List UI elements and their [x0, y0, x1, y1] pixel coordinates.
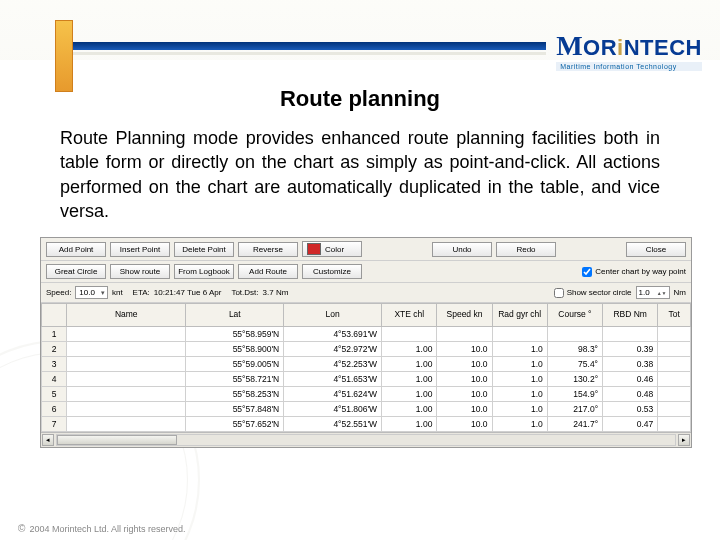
col-lon[interactable]: Lon — [284, 304, 382, 326]
cell-speed[interactable]: 10.0 — [437, 341, 492, 356]
cell-lon[interactable]: 4°52.253'W — [284, 356, 382, 371]
scroll-left-icon[interactable]: ◂ — [42, 434, 54, 446]
center-by-waypoint-checkbox[interactable]: Center chart by way point — [582, 267, 686, 277]
table-row[interactable]: 155°58.959'N4°53.691'W — [42, 326, 691, 341]
cell-tot[interactable] — [658, 401, 691, 416]
table-row[interactable]: 355°59.005'N4°52.253'W1.0010.01.075.4°0.… — [42, 356, 691, 371]
sector-checkbox-input[interactable] — [554, 288, 564, 298]
cell-rbd[interactable]: 0.39 — [603, 341, 658, 356]
customize-button[interactable]: Customize — [302, 264, 362, 279]
table-row[interactable]: 655°57.848'N4°51.806'W1.0010.01.0217.0°0… — [42, 401, 691, 416]
cell-lon[interactable]: 4°51.653'W — [284, 371, 382, 386]
horiz-scrollbar[interactable]: ◂ ▸ — [41, 432, 691, 447]
great-circle-button[interactable]: Great Circle — [46, 264, 106, 279]
col-name[interactable]: Name — [67, 304, 186, 326]
cell-rbd[interactable]: 0.46 — [603, 371, 658, 386]
cell-rbd[interactable] — [603, 326, 658, 341]
cell-course[interactable]: 75.4° — [547, 356, 602, 371]
cell-lon[interactable]: 4°51.806'W — [284, 401, 382, 416]
cell-course[interactable]: 98.3° — [547, 341, 602, 356]
cell-xte[interactable]: 1.00 — [382, 341, 437, 356]
cell-rad[interactable]: 1.0 — [492, 416, 547, 431]
cell-lat[interactable]: 55°58.900'N — [186, 341, 284, 356]
col-lat[interactable]: Lat — [186, 304, 284, 326]
cell-tot[interactable] — [658, 341, 691, 356]
undo-button[interactable]: Undo — [432, 242, 492, 257]
table-row[interactable]: 255°58.900'N4°52.972'W1.0010.01.098.3°0.… — [42, 341, 691, 356]
cell-speed[interactable] — [437, 326, 492, 341]
add-route-button[interactable]: Add Route — [238, 264, 298, 279]
col-course[interactable]: Course ° — [547, 304, 602, 326]
cell-xte[interactable]: 1.00 — [382, 371, 437, 386]
show-sector-checkbox[interactable]: Show sector circle — [554, 288, 632, 298]
col-rbd[interactable]: RBD Nm — [603, 304, 658, 326]
cell-lat[interactable]: 55°59.005'N — [186, 356, 284, 371]
redo-button[interactable]: Redo — [496, 242, 556, 257]
from-logbook-button[interactable]: From Logbook — [174, 264, 234, 279]
cell-name[interactable] — [67, 401, 186, 416]
close-button[interactable]: Close — [626, 242, 686, 257]
cell-name[interactable] — [67, 356, 186, 371]
cell-rbd[interactable]: 0.48 — [603, 386, 658, 401]
col-rad[interactable]: Rad gyr chl — [492, 304, 547, 326]
cell-rbd[interactable]: 0.53 — [603, 401, 658, 416]
scroll-track[interactable] — [56, 434, 676, 446]
col-xte[interactable]: XTE chl — [382, 304, 437, 326]
cell-rbd[interactable]: 0.38 — [603, 356, 658, 371]
cell-xte[interactable]: 1.00 — [382, 356, 437, 371]
cell-lat[interactable]: 55°57.848'N — [186, 401, 284, 416]
cell-rad[interactable]: 1.0 — [492, 371, 547, 386]
cell-xte[interactable] — [382, 326, 437, 341]
cell-lon[interactable]: 4°52.972'W — [284, 341, 382, 356]
show-route-button[interactable]: Show route — [110, 264, 170, 279]
cell-tot[interactable] — [658, 371, 691, 386]
cell-name[interactable] — [67, 371, 186, 386]
cell-course[interactable]: 154.9° — [547, 386, 602, 401]
reverse-button[interactable]: Reverse — [238, 242, 298, 257]
cell-tot[interactable] — [658, 386, 691, 401]
cell-course[interactable]: 130.2° — [547, 371, 602, 386]
cell-course[interactable] — [547, 326, 602, 341]
color-picker[interactable]: Color — [302, 241, 362, 257]
col-tot[interactable]: Tot — [658, 304, 691, 326]
cell-rad[interactable]: 1.0 — [492, 401, 547, 416]
cell-rad[interactable] — [492, 326, 547, 341]
table-row[interactable]: 555°58.253'N4°51.624'W1.0010.01.0154.9°0… — [42, 386, 691, 401]
cell-speed[interactable]: 10.0 — [437, 371, 492, 386]
cell-lat[interactable]: 55°58.253'N — [186, 386, 284, 401]
cell-lon[interactable]: 4°52.551'W — [284, 416, 382, 431]
cell-rad[interactable]: 1.0 — [492, 386, 547, 401]
speed-select[interactable]: 10.0 — [75, 286, 108, 299]
cell-name[interactable] — [67, 386, 186, 401]
cell-course[interactable]: 217.0° — [547, 401, 602, 416]
cell-rad[interactable]: 1.0 — [492, 341, 547, 356]
cell-lat[interactable]: 55°58.721'N — [186, 371, 284, 386]
cell-rad[interactable]: 1.0 — [492, 356, 547, 371]
scroll-right-icon[interactable]: ▸ — [678, 434, 690, 446]
col-speed[interactable]: Speed kn — [437, 304, 492, 326]
cell-xte[interactable]: 1.00 — [382, 386, 437, 401]
cell-speed[interactable]: 10.0 — [437, 416, 492, 431]
add-point-button[interactable]: Add Point — [46, 242, 106, 257]
cell-rbd[interactable]: 0.47 — [603, 416, 658, 431]
cell-lon[interactable]: 4°51.624'W — [284, 386, 382, 401]
cell-speed[interactable]: 10.0 — [437, 356, 492, 371]
insert-point-button[interactable]: Insert Point — [110, 242, 170, 257]
cell-xte[interactable]: 1.00 — [382, 416, 437, 431]
sector-spinbox[interactable]: 1.0 ▲▼ — [636, 286, 670, 299]
cell-name[interactable] — [67, 341, 186, 356]
cell-course[interactable]: 241.7° — [547, 416, 602, 431]
cell-name[interactable] — [67, 326, 186, 341]
cell-xte[interactable]: 1.00 — [382, 401, 437, 416]
cell-lon[interactable]: 4°53.691'W — [284, 326, 382, 341]
col-num[interactable] — [42, 304, 67, 326]
cell-speed[interactable]: 10.0 — [437, 401, 492, 416]
cell-lat[interactable]: 55°57.652'N — [186, 416, 284, 431]
table-row[interactable]: 455°58.721'N4°51.653'W1.0010.01.0130.2°0… — [42, 371, 691, 386]
cell-tot[interactable] — [658, 326, 691, 341]
delete-point-button[interactable]: Delete Point — [174, 242, 234, 257]
table-row[interactable]: 755°57.652'N4°52.551'W1.0010.01.0241.7°0… — [42, 416, 691, 431]
cell-tot[interactable] — [658, 416, 691, 431]
center-checkbox-input[interactable] — [582, 267, 592, 277]
cell-speed[interactable]: 10.0 — [437, 386, 492, 401]
